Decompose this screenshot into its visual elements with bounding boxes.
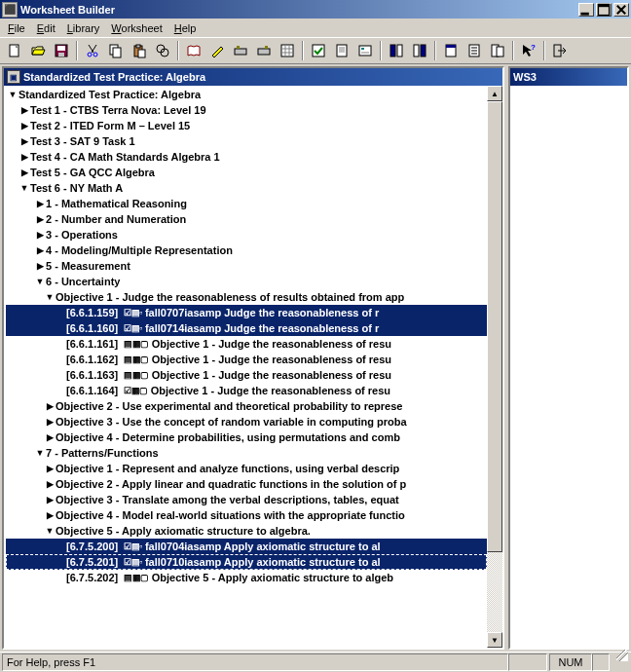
tb-sheet[interactable] <box>331 40 353 61</box>
vertical-scrollbar[interactable]: ▲ ▼ <box>487 86 502 648</box>
tree-row[interactable]: Test 6 - NY Math A <box>6 180 487 196</box>
tree-row[interactable]: 6 - Uncertainty <box>6 274 487 289</box>
tb-tool-b[interactable] <box>253 40 275 61</box>
tree-row[interactable]: Objective 3 - Use the concept of random … <box>6 414 487 429</box>
expand-icon[interactable] <box>45 476 55 492</box>
tb-check[interactable] <box>308 40 329 61</box>
tree-row[interactable]: 1 - Mathematical Reasoning <box>6 196 487 211</box>
tb-exit[interactable] <box>549 40 571 61</box>
tree-row[interactable]: Objective 5 - Apply axiomatic structure … <box>6 523 487 539</box>
scroll-thumb[interactable] <box>487 101 502 552</box>
tree-row[interactable]: [6.6.1.162]▤▦▢Objective 1 - Judge the re… <box>6 352 487 367</box>
tb-copy[interactable] <box>105 40 127 61</box>
item-code: [6.6.1.163] <box>66 367 124 383</box>
scroll-up-button[interactable]: ▲ <box>487 86 502 101</box>
tree-row[interactable]: Test 5 - GA QCC Algebra <box>6 165 487 180</box>
tree-row[interactable]: Objective 2 - Apply linear and quadratic… <box>6 476 487 492</box>
expand-icon[interactable] <box>35 243 45 258</box>
right-panel: WS3 <box>508 66 629 650</box>
tree-row[interactable]: [6.6.1.160]☑▤▫fall0714iasamp Judge the r… <box>6 320 487 336</box>
tree-row[interactable]: Test 3 - SAT 9 Task 1 <box>6 133 487 149</box>
collapse-icon[interactable] <box>19 180 29 196</box>
tb-save[interactable] <box>51 40 72 61</box>
expand-icon[interactable] <box>45 429 55 445</box>
menu-help[interactable]: Help <box>168 20 203 36</box>
tree-row[interactable]: Standardized Test Practice: Algebra <box>6 87 487 102</box>
tb-cut[interactable] <box>82 40 103 61</box>
close-button[interactable] <box>613 3 629 17</box>
tb-tool-a[interactable] <box>230 40 251 61</box>
tree-row[interactable]: 5 - Measurement <box>6 258 487 274</box>
tree-row[interactable]: Objective 1 - Judge the reasonableness o… <box>6 289 487 305</box>
tree-row[interactable]: [6.7.5.200]☑▤▫fall0704iasamp Apply axiom… <box>6 539 487 554</box>
tb-col-r[interactable] <box>409 40 430 61</box>
tree-row[interactable]: Test 1 - CTBS Terra Nova: Level 19 <box>6 102 487 118</box>
scroll-track[interactable] <box>487 101 502 632</box>
right-panel-body <box>510 86 627 648</box>
tree-row[interactable]: [6.6.1.161]▤▦▢Objective 1 - Judge the re… <box>6 336 487 352</box>
menu-file[interactable]: File <box>2 20 31 36</box>
menu-library[interactable]: Library <box>61 20 106 36</box>
tb-grid[interactable] <box>277 40 298 61</box>
minimize-button[interactable] <box>578 3 594 17</box>
tree-row[interactable]: Objective 4 - Model real-world situation… <box>6 507 487 523</box>
expand-icon[interactable] <box>19 149 29 165</box>
tb-page-b[interactable] <box>464 40 485 61</box>
collapse-icon[interactable] <box>45 289 55 305</box>
client-area: ▣ Standardized Test Practice: Algebra St… <box>0 64 631 652</box>
item-type-icons: ▤▦▢ <box>124 570 151 585</box>
tree-row[interactable]: [6.7.5.201]☑▤▫fall0710iasamp Apply axiom… <box>6 554 487 570</box>
tree-row[interactable]: 3 - Operations <box>6 227 487 243</box>
expand-icon[interactable] <box>19 102 29 118</box>
tree-row[interactable]: [6.6.1.163]▤▦▢Objective 1 - Judge the re… <box>6 367 487 383</box>
menu-worksheet[interactable]: Worksheet <box>105 20 167 36</box>
tb-book[interactable] <box>183 40 204 61</box>
expand-icon[interactable] <box>45 398 55 414</box>
item-type-icons: ▤▦▢ <box>124 367 151 383</box>
expand-icon[interactable] <box>35 211 45 227</box>
tree-row[interactable]: Test 2 - ITED Form M – Level 15 <box>6 118 487 133</box>
tb-page-a[interactable] <box>440 40 462 61</box>
menu-edit[interactable]: Edit <box>31 20 61 36</box>
collapse-icon[interactable] <box>35 445 45 461</box>
tb-highlight[interactable] <box>206 40 228 61</box>
collapse-icon[interactable] <box>35 274 45 289</box>
svg-rect-26 <box>390 45 395 56</box>
tb-page-c[interactable] <box>487 40 508 61</box>
expand-icon[interactable] <box>19 165 29 180</box>
collapse-icon[interactable] <box>8 87 18 102</box>
expand-icon[interactable] <box>45 507 55 523</box>
maximize-button[interactable] <box>596 3 612 17</box>
tree-row[interactable]: Objective 1 - Represent and analyze func… <box>6 461 487 476</box>
tb-form[interactable] <box>354 40 376 61</box>
tree-row[interactable]: 2 - Number and Numeration <box>6 211 487 227</box>
scroll-down-button[interactable]: ▼ <box>487 632 502 648</box>
expand-icon[interactable] <box>35 258 45 274</box>
collapse-icon[interactable] <box>45 523 55 539</box>
tb-new[interactable] <box>4 40 25 61</box>
tb-help[interactable]: ? <box>518 40 539 61</box>
tree-row[interactable]: [6.6.1.159]☑▤▫fall0707iasamp Judge the r… <box>6 305 487 320</box>
tb-open[interactable] <box>27 40 49 61</box>
expand-icon[interactable] <box>45 492 55 507</box>
tree-row[interactable]: 7 - Patterns/Functions <box>6 445 487 461</box>
expand-icon[interactable] <box>19 118 29 133</box>
expand-icon[interactable] <box>45 461 55 476</box>
tree-row[interactable]: 4 - Modeling/Multiple Representation <box>6 243 487 258</box>
tree-row[interactable]: [6.7.5.202]▤▦▢Objective 5 - Apply axioma… <box>6 570 487 585</box>
expand-icon[interactable] <box>45 414 55 429</box>
tb-find[interactable] <box>152 40 173 61</box>
toolbar-separator <box>543 41 545 60</box>
tree-row[interactable]: Objective 2 - Use experimental and theor… <box>6 398 487 414</box>
tree-row[interactable]: Test 4 - CA Math Standards Algebra 1 <box>6 149 487 165</box>
page-a-icon <box>443 43 459 58</box>
expand-icon[interactable] <box>35 196 45 211</box>
tb-paste[interactable] <box>129 40 150 61</box>
expand-icon[interactable] <box>35 227 45 243</box>
tree-row[interactable]: Objective 4 - Determine probabilities, u… <box>6 429 487 445</box>
tree-row[interactable]: [6.6.1.164]☑▦▢Objective 1 - Judge the re… <box>6 383 487 398</box>
expand-icon[interactable] <box>19 133 29 149</box>
tb-col-l[interactable] <box>386 40 407 61</box>
tree-view[interactable]: Standardized Test Practice: AlgebraTest … <box>4 86 487 648</box>
tree-row[interactable]: Objective 3 - Translate among the verbal… <box>6 492 487 507</box>
